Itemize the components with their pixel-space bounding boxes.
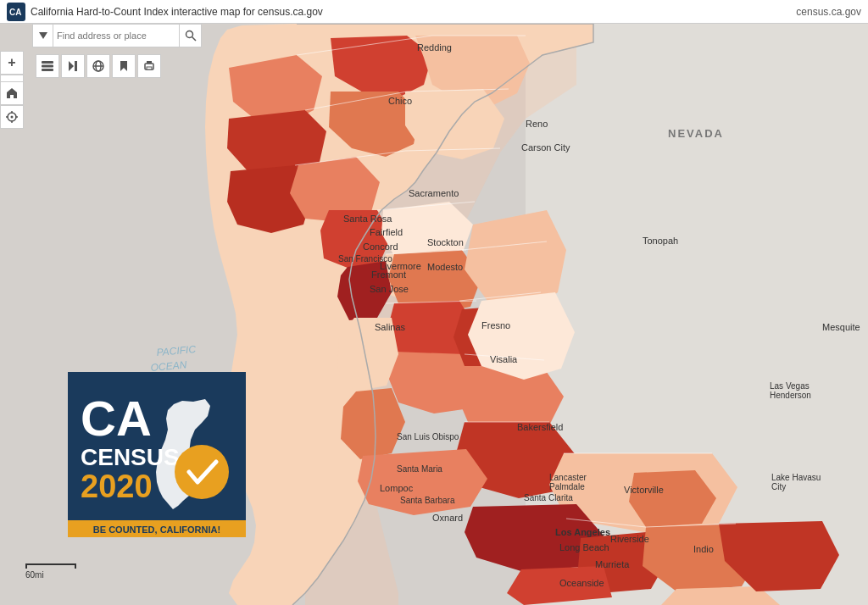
svg-text:CA: CA bbox=[9, 8, 21, 17]
icon-toolbar bbox=[32, 51, 164, 81]
svg-text:CA: CA bbox=[81, 391, 152, 446]
svg-rect-30 bbox=[75, 61, 77, 71]
scale-label: 60mi bbox=[25, 570, 44, 580]
layers-button[interactable] bbox=[36, 54, 59, 78]
svg-marker-23 bbox=[39, 32, 47, 39]
svg-line-25 bbox=[192, 37, 196, 42]
header-logo: CA bbox=[7, 3, 25, 21]
svg-text:BE COUNTED, CALIFORNIA!: BE COUNTED, CALIFORNIA! bbox=[93, 525, 220, 535]
search-button[interactable] bbox=[179, 25, 201, 47]
svg-point-24 bbox=[186, 31, 192, 38]
svg-rect-36 bbox=[147, 67, 152, 69]
svg-rect-27 bbox=[42, 65, 53, 68]
search-area bbox=[32, 24, 202, 47]
svg-rect-28 bbox=[42, 69, 53, 71]
search-row bbox=[32, 24, 202, 47]
svg-point-38 bbox=[11, 116, 14, 119]
map-container[interactable]: PACIFIC OCEAN CA California Hard-to-Coun… bbox=[0, 0, 868, 605]
search-input[interactable] bbox=[53, 25, 179, 47]
svg-text:2020: 2020 bbox=[81, 469, 153, 504]
header-title: California Hard-to-Count Index interacti… bbox=[31, 6, 779, 18]
svg-marker-29 bbox=[69, 61, 74, 71]
census-logo: CA CENSUS 2020 BE COUNTED, CALIFORNIA! bbox=[68, 372, 246, 537]
header-url: census.ca.gov bbox=[796, 6, 861, 18]
zoom-in-button[interactable]: + bbox=[0, 51, 24, 75]
scale-bar: 60mi bbox=[25, 563, 76, 580]
scale-line bbox=[25, 563, 76, 569]
bookmark-button[interactable] bbox=[112, 54, 136, 78]
search-dropdown-button[interactable] bbox=[33, 25, 53, 47]
svg-point-48 bbox=[175, 445, 229, 499]
svg-rect-26 bbox=[42, 61, 53, 64]
home-button[interactable] bbox=[0, 81, 24, 105]
print-button[interactable] bbox=[137, 54, 161, 78]
locate-button[interactable] bbox=[0, 105, 24, 129]
svg-rect-35 bbox=[147, 61, 152, 64]
header-bar: CA California Hard-to-Count Index intera… bbox=[0, 0, 868, 24]
basemap-button[interactable] bbox=[86, 54, 110, 78]
legend-button[interactable] bbox=[61, 54, 85, 78]
